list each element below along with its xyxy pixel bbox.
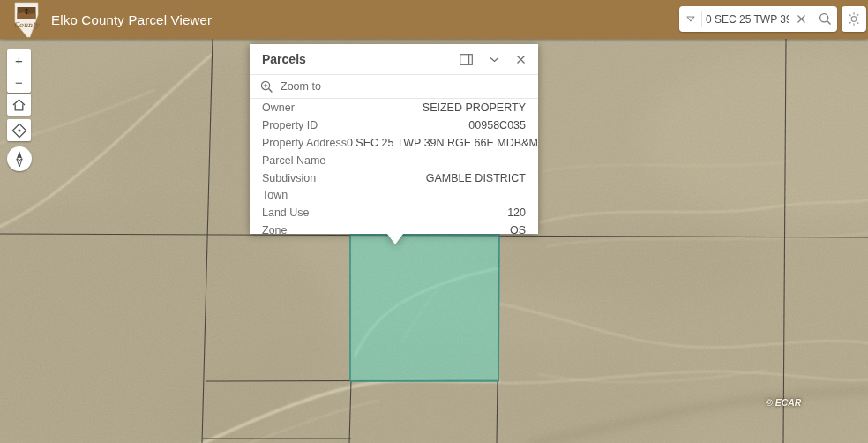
search-source-button[interactable] — [679, 6, 701, 32]
field-row-subdivision: Subdivsion GAMBLE DISTRICT — [250, 169, 538, 187]
field-label: Owner — [262, 101, 295, 114]
app-window: © ECAR + − Parcels — [0, 0, 868, 443]
zoom-out-button[interactable]: − — [7, 71, 31, 93]
app-title: Elko County Parcel Viewer — [51, 0, 212, 39]
field-row-land-use: Land Use 120 — [250, 204, 538, 222]
compass-needle-icon — [12, 150, 26, 168]
map-attribution: © ECAR — [766, 397, 801, 408]
field-row-owner: Owner SEIZED PROPERTY — [250, 99, 538, 116]
field-label: Property Address — [262, 137, 347, 149]
field-label: Parcel Name — [262, 154, 326, 167]
chevron-down-icon — [490, 56, 499, 63]
search-submit-button[interactable] — [812, 6, 837, 32]
field-label: Property ID — [262, 119, 318, 131]
home-icon — [11, 98, 26, 112]
feature-popup: Parcels — [250, 44, 538, 234]
compass-button[interactable] — [7, 146, 32, 171]
app-menu-button[interactable] — [842, 6, 866, 32]
field-value: 00958C035 — [468, 119, 526, 131]
field-value: SEIZED PROPERTY — [423, 101, 526, 114]
zoom-to-label: Zoom to — [281, 80, 321, 93]
field-label: Zone — [262, 224, 288, 234]
dock-icon — [460, 54, 473, 65]
field-row-parcel-name: Parcel Name — [250, 152, 538, 169]
dock-popup-button[interactable] — [460, 51, 473, 67]
close-popup-button[interactable] — [516, 51, 526, 67]
popup-header: Parcels — [250, 44, 538, 74]
field-value: 0 SEC 25 TWP 39N RGE 66E MDB&M — [347, 137, 538, 149]
field-value: 120 — [507, 206, 526, 219]
zoom-to-action[interactable]: Zoom to — [250, 75, 538, 98]
search-box — [679, 6, 837, 32]
elko-county-logo: County — [12, 2, 41, 38]
close-icon — [516, 55, 526, 64]
field-value: GAMBLE DISTRICT — [426, 172, 526, 184]
home-extent-button[interactable] — [7, 94, 31, 116]
search-clear-button[interactable] — [790, 6, 812, 32]
field-label: Subdivsion — [262, 172, 316, 184]
zoom-in-button[interactable]: + — [7, 49, 31, 71]
field-label: Land Use — [262, 206, 310, 219]
search-magnifier-icon — [819, 12, 832, 26]
app-header: County Elko County Parcel Viewer — [0, 0, 868, 39]
field-row-town: Town — [250, 186, 538, 204]
field-row-zone: Zone OS — [250, 222, 538, 234]
zoom-control-group: + − — [7, 49, 31, 93]
zoom-in-magnifier-icon — [260, 80, 273, 94]
field-value: OS — [510, 224, 526, 234]
popup-title: Parcels — [262, 52, 443, 66]
locate-extent-button[interactable] — [7, 119, 31, 141]
dropdown-triangle-icon — [686, 16, 695, 22]
collapse-popup-button[interactable] — [490, 51, 499, 67]
field-row-property-id: Property ID 00958C035 — [250, 116, 538, 134]
sun-icon — [847, 11, 861, 26]
field-row-property-address: Property Address 0 SEC 25 TWP 39N RGE 66… — [250, 134, 538, 152]
diamond-target-icon — [11, 123, 27, 139]
popup-callout-arrow — [387, 234, 403, 244]
search-input[interactable] — [702, 13, 790, 26]
clear-x-icon — [797, 14, 806, 24]
field-label: Town — [262, 189, 288, 201]
svg-text:County: County — [14, 21, 41, 29]
popup-field-list: Owner SEIZED PROPERTY Property ID 00958C… — [250, 99, 538, 234]
